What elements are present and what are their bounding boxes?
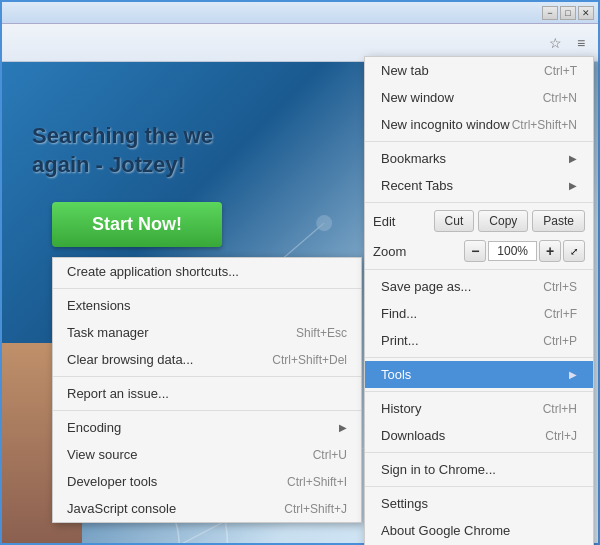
cut-button[interactable]: Cut <box>434 210 475 232</box>
zoom-expand-button[interactable]: ⤢ <box>563 240 585 262</box>
zoom-label: Zoom <box>373 244 464 259</box>
maximize-button[interactable]: □ <box>560 6 576 20</box>
menu-sep-2 <box>365 202 593 203</box>
menu-sep-4 <box>365 357 593 358</box>
copy-button[interactable]: Copy <box>478 210 528 232</box>
menu-sep-5 <box>365 391 593 392</box>
paste-button[interactable]: Paste <box>532 210 585 232</box>
submenu-item-report[interactable]: Report an issue... <box>53 380 361 407</box>
menu-item-tools[interactable]: Tools <box>365 361 593 388</box>
menu-sep-6 <box>365 452 593 453</box>
submenu-sep-3 <box>53 410 361 411</box>
zoom-in-button[interactable]: + <box>539 240 561 262</box>
menu-icon[interactable]: ≡ <box>570 32 592 54</box>
submenu-sep-1 <box>53 288 361 289</box>
submenu-item-clear-browsing[interactable]: Clear browsing data... Ctrl+Shift+Del <box>53 346 361 373</box>
edit-label: Edit <box>373 214 430 229</box>
menu-item-save-page[interactable]: Save page as... Ctrl+S <box>365 273 593 300</box>
menu-item-incognito[interactable]: New incognito window Ctrl+Shift+N <box>365 111 593 138</box>
zoom-row: Zoom − 100% + ⤢ <box>365 236 593 266</box>
submenu-item-shortcuts[interactable]: Create application shortcuts... <box>53 258 361 285</box>
submenu-item-dev-tools[interactable]: Developer tools Ctrl+Shift+I <box>53 468 361 495</box>
menu-item-settings[interactable]: Settings <box>365 490 593 517</box>
submenu-sep-2 <box>53 376 361 377</box>
minimize-button[interactable]: − <box>542 6 558 20</box>
edit-row: Edit Cut Copy Paste <box>365 206 593 236</box>
menu-item-new-window[interactable]: New window Ctrl+N <box>365 84 593 111</box>
submenu-item-js-console[interactable]: JavaScript console Ctrl+Shift+J <box>53 495 361 522</box>
headline: Searching the we again - Jotzey! <box>32 122 213 179</box>
submenu-item-encoding[interactable]: Encoding <box>53 414 361 441</box>
menu-sep-1 <box>365 141 593 142</box>
menu-sep-7 <box>365 486 593 487</box>
menu-item-history[interactable]: History Ctrl+H <box>365 395 593 422</box>
menu-item-bookmarks[interactable]: Bookmarks <box>365 145 593 172</box>
menu-item-about[interactable]: About Google Chrome <box>365 517 593 544</box>
submenu-item-view-source[interactable]: View source Ctrl+U <box>53 441 361 468</box>
submenu-item-extensions[interactable]: Extensions <box>53 292 361 319</box>
menu-item-new-tab[interactable]: New tab Ctrl+T <box>365 57 593 84</box>
chrome-menu: New tab Ctrl+T New window Ctrl+N New inc… <box>364 56 594 545</box>
menu-item-print[interactable]: Print... Ctrl+P <box>365 327 593 354</box>
menu-item-sign-in[interactable]: Sign in to Chrome... <box>365 456 593 483</box>
bookmark-icon[interactable]: ☆ <box>544 32 566 54</box>
title-bar: − □ ✕ <box>2 2 598 24</box>
cta-button[interactable]: Start Now! <box>52 202 222 247</box>
close-button[interactable]: ✕ <box>578 6 594 20</box>
svg-point-5 <box>316 215 332 231</box>
menu-sep-3 <box>365 269 593 270</box>
menu-item-recent-tabs[interactable]: Recent Tabs <box>365 172 593 199</box>
zoom-out-button[interactable]: − <box>464 240 486 262</box>
menu-item-find[interactable]: Find... Ctrl+F <box>365 300 593 327</box>
tools-submenu: Create application shortcuts... Extensio… <box>52 257 362 523</box>
submenu-item-task-manager[interactable]: Task manager Shift+Esc <box>53 319 361 346</box>
zoom-value: 100% <box>488 241 537 261</box>
menu-item-downloads[interactable]: Downloads Ctrl+J <box>365 422 593 449</box>
